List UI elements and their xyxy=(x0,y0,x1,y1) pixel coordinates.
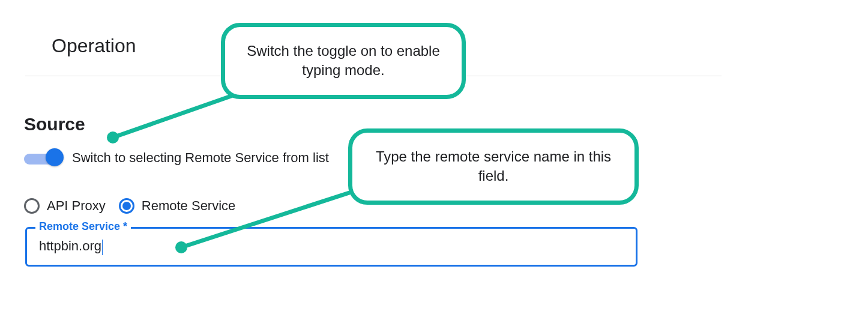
callout-connector-2 xyxy=(0,0,868,311)
svg-point-3 xyxy=(175,241,187,253)
svg-line-2 xyxy=(181,192,351,247)
